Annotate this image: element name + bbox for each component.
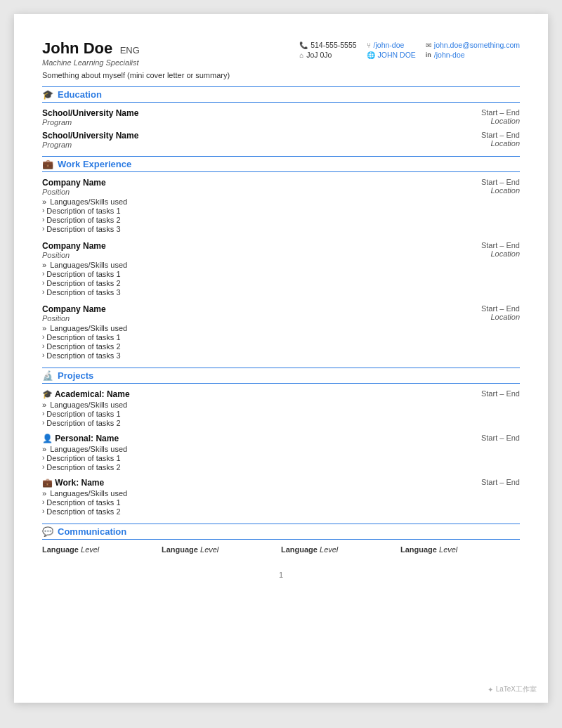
chevron-icon: › — [42, 279, 44, 287]
work-entry-1: Company Name Position » Languages/Skills… — [42, 178, 520, 234]
linkedin-link[interactable]: /john-doe — [434, 51, 465, 59]
work-experience-section: 💼 Work Experience Company Name Position … — [42, 156, 520, 360]
project-name-2: 👤 Personal: Name — [42, 434, 450, 443]
projects-title: Projects — [58, 370, 93, 381]
proj-skills-2: Languages/Skills used — [50, 445, 127, 453]
chevron-icon: › — [42, 333, 44, 341]
projects-header: 🔬 Projects — [42, 368, 520, 384]
email-link[interactable]: john.doe@something.com — [434, 41, 520, 49]
proj-task-1-1: › Description of tasks 1 — [42, 410, 450, 418]
proj-task-text-1-2: Description of tasks 2 — [46, 419, 120, 427]
project-date-2: Start – End — [481, 434, 520, 442]
project-date-3: Start – End — [481, 478, 520, 486]
website-link[interactable]: JOHN DOE — [378, 51, 416, 59]
education-section: 🎓 Education School/University Name Progr… — [42, 86, 520, 149]
task-text-3-3: Description of tasks 3 — [46, 351, 120, 360]
proj-task-text-3-1: Description of tasks 1 — [46, 498, 120, 507]
position-3: Position — [42, 314, 436, 323]
task-2-2: › Description of tasks 2 — [42, 279, 436, 287]
lang-item-3: Language Level — [281, 545, 400, 554]
project-entry-1: 🎓 Academical: Name » Languages/Skills us… — [42, 389, 520, 428]
proj-task-text-2-2: Description of tasks 2 — [46, 463, 120, 472]
task-1-2: › Description of tasks 2 — [42, 216, 436, 224]
project-icon-2: 👤 — [42, 434, 53, 443]
project-task-list-2: » Languages/Skills used › Description of… — [42, 445, 450, 472]
task-3-3: › Description of tasks 3 — [42, 351, 436, 360]
project-type-3: Work — [55, 478, 76, 488]
work-title: Work Experience — [58, 159, 131, 169]
task-list-1: » Languages/Skills used › Description of… — [42, 197, 436, 233]
task-text-3-1: Description of tasks 1 — [46, 333, 120, 342]
project-type-2: Personal — [55, 434, 91, 443]
chevron-icon: › — [42, 288, 44, 296]
proj-task-text-2-1: Description of tasks 1 — [46, 454, 120, 462]
communication-header: 💬 Communication — [42, 524, 520, 540]
email-item: ✉ john.doe@something.com — [426, 41, 520, 49]
lang-1: Language — [42, 545, 79, 554]
project-entry-2: 👤 Personal: Name » Languages/Skills used… — [42, 434, 520, 472]
project-right-3: Start – End — [450, 478, 520, 516]
project-label-3: Name — [81, 478, 104, 488]
proj-skills-bullet-1: » — [42, 401, 46, 409]
watermark-text: LaTeX工作室 — [496, 684, 537, 694]
project-right-2: Start – End — [450, 434, 520, 472]
chevron-icon: › — [42, 270, 44, 278]
proj-task-2-1: › Description of tasks 1 — [42, 454, 450, 462]
language-row: Language Level Language Level Language L… — [42, 545, 520, 554]
home-icon: ⌂ — [299, 51, 303, 59]
position-1: Position — [42, 188, 436, 196]
task-text-1-2: Description of tasks 2 — [46, 216, 120, 224]
task-text-2-1: Description of tasks 1 — [46, 270, 120, 278]
address-item: ⌂ JoJ 0Jo — [299, 51, 356, 59]
proj-task-3-2: › Description of tasks 2 — [42, 507, 450, 516]
full-name: John Doe ENG — [42, 39, 140, 58]
edu-right-2: Start – End Location — [436, 131, 520, 149]
project-type-1: Academical — [55, 389, 102, 399]
chevron-icon: › — [42, 419, 44, 427]
education-header: 🎓 Education — [42, 86, 520, 103]
summary-text: Something about myself (mini cover lette… — [42, 71, 520, 79]
edu-right-1: Start – End Location — [436, 108, 520, 126]
position-2: Position — [42, 251, 436, 259]
header: John Doe ENG Machine Learning Specialist… — [42, 39, 520, 67]
task-2-3: › Description of tasks 3 — [42, 288, 436, 297]
proj-skills-bullet-3: » — [42, 489, 46, 498]
proj-skills-row-3: » Languages/Skills used — [42, 489, 450, 498]
project-icon-3: 💼 — [42, 478, 53, 488]
chevron-icon: › — [42, 498, 44, 506]
linkedin-item: in /john-doe — [426, 51, 520, 59]
project-task-list-3: » Languages/Skills used › Description of… — [42, 489, 450, 516]
program-1: Program — [42, 118, 436, 126]
footer-watermark: ✦ LaTeX工作室 — [488, 684, 537, 694]
github-item: ⑂ /john-doe — [367, 41, 416, 49]
skills-bullet-2: » — [42, 261, 46, 269]
work-entry-2: Company Name Position » Languages/Skills… — [42, 241, 520, 297]
project-name-1: 🎓 Academical: Name — [42, 389, 450, 399]
work-right-2: Start – End Location — [436, 241, 520, 258]
work-date-2: Start – End — [436, 241, 520, 249]
company-2: Company Name — [42, 241, 436, 251]
work-right-3: Start – End Location — [436, 304, 520, 321]
task-text-1-3: Description of tasks 3 — [46, 225, 120, 233]
lang-item-2: Language Level — [162, 545, 281, 554]
github-link[interactable]: /john-doe — [374, 41, 405, 49]
globe-icon: 🌐 — [367, 51, 375, 59]
chevron-icon: › — [42, 507, 44, 515]
proj-task-text-3-2: Description of tasks 2 — [46, 507, 120, 516]
lang-item-4: Language Level — [400, 545, 520, 554]
task-3-1: › Description of tasks 1 — [42, 333, 436, 342]
job-title: Machine Learning Specialist — [42, 58, 140, 67]
watermark-icon: ✦ — [488, 686, 493, 694]
phone-item: 📞 514-555-5555 — [299, 41, 356, 49]
proj-task-1-2: › Description of tasks 2 — [42, 419, 450, 427]
proj-task-2-2: › Description of tasks 2 — [42, 463, 450, 472]
lang-2: Language — [162, 545, 198, 554]
program-2: Program — [42, 141, 436, 149]
chevron-icon: › — [42, 454, 44, 462]
edu-date-2: Start – End — [436, 131, 520, 139]
skills-text-1: Languages/Skills used — [50, 197, 127, 206]
chevron-icon: › — [42, 410, 44, 417]
work-header: 💼 Work Experience — [42, 156, 520, 172]
chevron-icon: › — [42, 216, 44, 223]
edu-loc-2: Location — [436, 139, 520, 148]
